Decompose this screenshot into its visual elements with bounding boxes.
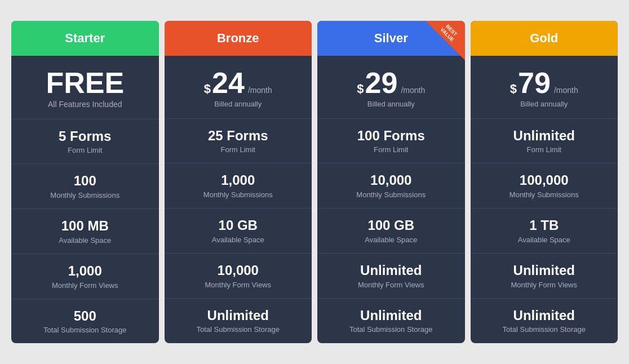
- price-period: /month: [248, 86, 272, 95]
- plan-card-silver: BEST VALUESilver$29/monthBilled annually…: [317, 21, 465, 344]
- feature-label-bronze-1: Monthly Submissions: [170, 190, 307, 199]
- feature-label-silver-3: Monthly Form Views: [323, 281, 459, 289]
- feature-label-bronze-3: Monthly Form Views: [170, 281, 307, 289]
- feature-value-bronze-4: Unlimited: [170, 308, 307, 324]
- feature-label-silver-4: Total Submission Storage: [323, 325, 459, 334]
- price-billing: Billed annually: [170, 100, 307, 108]
- feature-silver-4: UnlimitedTotal Submission Storage: [317, 299, 465, 343]
- feature-starter-0: 5 FormsForm Limit: [11, 119, 159, 165]
- plan-header-starter: Starter: [11, 21, 159, 56]
- price-amount: 29: [365, 68, 398, 97]
- feature-label-bronze-4: Total Submission Storage: [170, 325, 307, 334]
- plan-card-gold: Gold$79/monthBilled annuallyUnlimitedFor…: [471, 21, 618, 344]
- price-row: $29/month: [323, 68, 459, 97]
- best-value-badge: BEST VALUE: [426, 21, 465, 60]
- price-row: $79/month: [476, 68, 613, 97]
- price-amount: 24: [212, 68, 245, 97]
- feature-starter-1: 100Monthly Submissions: [11, 164, 159, 209]
- feature-label-gold-0: Form Limit: [476, 145, 613, 154]
- feature-label-starter-2: Available Space: [17, 236, 153, 245]
- feature-value-gold-1: 100,000: [476, 172, 613, 189]
- feature-label-gold-2: Available Space: [476, 236, 613, 244]
- feature-starter-2: 100 MBAvailable Space: [11, 209, 159, 254]
- feature-value-starter-3: 1,000: [17, 263, 153, 279]
- feature-bronze-3: 10,000Monthly Form Views: [165, 254, 312, 299]
- feature-label-starter-3: Monthly Form Views: [17, 281, 153, 290]
- feature-label-silver-2: Available Space: [323, 236, 459, 244]
- feature-silver-2: 100 GBAvailable Space: [317, 208, 465, 254]
- price-billing: Billed annually: [476, 100, 613, 108]
- feature-value-starter-1: 100: [17, 173, 153, 189]
- feature-label-starter-4: Total Submission Storage: [17, 326, 153, 334]
- plan-card-starter: StarterFREEAll Features Included5 FormsF…: [11, 21, 159, 344]
- feature-label-starter-0: Form Limit: [17, 146, 153, 154]
- feature-value-gold-3: Unlimited: [476, 263, 613, 279]
- price-amount: 79: [518, 68, 551, 97]
- feature-label-silver-0: Form Limit: [323, 145, 459, 154]
- feature-label-silver-1: Monthly Submissions: [323, 190, 459, 199]
- feature-value-silver-4: Unlimited: [323, 308, 459, 324]
- feature-value-bronze-0: 25 Forms: [170, 128, 307, 144]
- feature-gold-0: UnlimitedForm Limit: [471, 119, 618, 164]
- plan-header-gold: Gold: [471, 21, 618, 56]
- feature-value-silver-1: 10,000: [323, 172, 459, 189]
- pricing-table: StarterFREEAll Features Included5 FormsF…: [0, 10, 629, 355]
- feature-gold-3: UnlimitedMonthly Form Views: [471, 254, 618, 299]
- feature-silver-1: 10,000Monthly Submissions: [317, 163, 465, 208]
- price-sub-label: All Features Included: [17, 100, 153, 109]
- feature-value-silver-0: 100 Forms: [323, 128, 459, 144]
- feature-silver-0: 100 FormsForm Limit: [317, 119, 465, 164]
- price-row: $24/month: [170, 68, 307, 97]
- feature-bronze-0: 25 FormsForm Limit: [165, 119, 312, 164]
- feature-gold-1: 100,000Monthly Submissions: [471, 163, 618, 208]
- feature-value-silver-3: Unlimited: [323, 263, 459, 279]
- plan-name-bronze: Bronze: [170, 31, 307, 46]
- plan-name-starter: Starter: [17, 31, 153, 46]
- price-dollar: $: [357, 82, 364, 96]
- feature-label-gold-4: Total Submission Storage: [476, 325, 613, 334]
- plan-price-silver: $29/monthBilled annually: [317, 56, 465, 119]
- price-free-label: FREE: [17, 68, 153, 97]
- price-dollar: $: [204, 82, 211, 96]
- feature-value-bronze-1: 1,000: [170, 172, 307, 189]
- plan-header-bronze: Bronze: [165, 21, 312, 56]
- plan-price-starter: FREEAll Features Included: [11, 56, 159, 119]
- feature-starter-3: 1,000Monthly Form Views: [11, 254, 159, 299]
- feature-value-bronze-3: 10,000: [170, 263, 307, 279]
- feature-bronze-2: 10 GBAvailable Space: [165, 208, 312, 254]
- feature-value-starter-4: 500: [17, 308, 153, 325]
- feature-value-bronze-2: 10 GB: [170, 217, 307, 234]
- feature-value-gold-2: 1 TB: [476, 217, 613, 234]
- feature-label-starter-1: Monthly Submissions: [17, 191, 153, 199]
- price-billing: Billed annually: [323, 100, 459, 108]
- price-dollar: $: [510, 82, 517, 96]
- plan-price-bronze: $24/monthBilled annually: [165, 56, 312, 119]
- feature-label-gold-1: Monthly Submissions: [476, 190, 613, 199]
- feature-label-gold-3: Monthly Form Views: [476, 281, 613, 289]
- feature-value-starter-2: 100 MB: [17, 218, 153, 234]
- plan-price-gold: $79/monthBilled annually: [471, 56, 618, 119]
- feature-gold-4: UnlimitedTotal Submission Storage: [471, 299, 618, 343]
- feature-bronze-4: UnlimitedTotal Submission Storage: [165, 299, 312, 343]
- feature-label-bronze-2: Available Space: [170, 236, 307, 244]
- feature-gold-2: 1 TBAvailable Space: [471, 208, 618, 254]
- feature-value-silver-2: 100 GB: [323, 217, 459, 234]
- plan-name-gold: Gold: [476, 31, 613, 46]
- feature-value-gold-4: Unlimited: [476, 308, 613, 324]
- price-period: /month: [554, 86, 578, 95]
- plan-card-bronze: Bronze$24/monthBilled annually25 FormsFo…: [165, 21, 312, 344]
- feature-bronze-1: 1,000Monthly Submissions: [165, 163, 312, 208]
- price-period: /month: [401, 86, 425, 95]
- feature-starter-4: 500Total Submission Storage: [11, 299, 159, 344]
- feature-value-gold-0: Unlimited: [476, 128, 613, 144]
- feature-label-bronze-0: Form Limit: [170, 145, 307, 154]
- feature-silver-3: UnlimitedMonthly Form Views: [317, 254, 465, 299]
- feature-value-starter-0: 5 Forms: [17, 128, 153, 145]
